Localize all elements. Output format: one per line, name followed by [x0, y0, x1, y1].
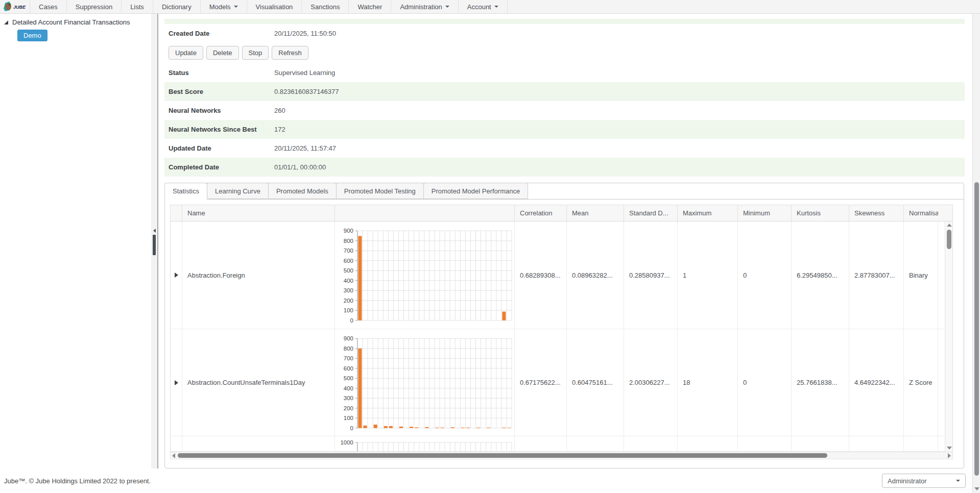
table-vertical-scrollbar[interactable]	[945, 221, 952, 452]
column-header-normalisation[interactable]: Normalisati	[904, 205, 938, 221]
expand-row-icon	[175, 380, 178, 385]
column-header-mean[interactable]: Mean	[567, 205, 624, 221]
tree-expanded-icon[interactable]	[4, 20, 8, 24]
cell-standard-deviation: 2.00306227...	[624, 329, 678, 436]
statistics-table-zone: Name Correlation Mean Standard D... Maxi…	[165, 200, 964, 464]
column-header-maximum[interactable]: Maximum	[678, 205, 738, 221]
svg-text:900: 900	[344, 228, 353, 234]
user-role-select[interactable]: Administrator	[882, 474, 966, 488]
tab-promoted-model-performance[interactable]: Promoted Model Performance	[423, 183, 528, 199]
svg-text:300: 300	[344, 395, 353, 401]
update-button[interactable]: Update	[169, 46, 203, 60]
column-header-name[interactable]: Name	[182, 205, 335, 221]
chevron-down-icon	[234, 6, 238, 8]
field-value: 20/11/2025, 11:57:47	[274, 144, 336, 152]
page-scrollbar[interactable]	[972, 14, 980, 493]
svg-text:800: 800	[344, 238, 353, 244]
splitter-collapse-icon[interactable]	[153, 229, 156, 233]
nav-item-models[interactable]: Models	[200, 0, 247, 13]
column-header-expander	[171, 205, 182, 221]
svg-text:800: 800	[344, 345, 353, 351]
column-header-minimum[interactable]: Minimum	[738, 205, 792, 221]
tab-promoted-model-testing[interactable]: Promoted Model Testing	[336, 183, 424, 199]
field-row-created-date: Created Date 20/11/2025, 11:50:50	[164, 24, 965, 43]
svg-text:700: 700	[344, 355, 353, 361]
column-header-correlation[interactable]: Correlation	[515, 205, 567, 221]
row-expander[interactable]	[171, 436, 182, 451]
nav-item-dictionary[interactable]: Dictionary	[153, 0, 200, 13]
top-navbar: JUBE Cases Suppression Lists Dictionary …	[0, 0, 980, 14]
sidebar-splitter[interactable]	[151, 14, 158, 469]
cell-skewness	[849, 436, 904, 451]
field-value: 0.8236160837146377	[274, 88, 339, 95]
user-role-value: Administrator	[888, 477, 927, 485]
nav-item-watcher[interactable]: Watcher	[348, 0, 391, 13]
page-scroll-down-icon[interactable]	[974, 487, 979, 490]
delete-button[interactable]: Delete	[206, 46, 239, 60]
cell-normalisation: Z Score	[904, 329, 938, 436]
page-scroll-thumb[interactable]	[974, 182, 979, 476]
demo-model-button[interactable]: Demo	[17, 30, 47, 41]
cell-kurtosis: 25.7661838...	[792, 329, 849, 436]
cell-kurtosis	[792, 436, 849, 451]
cell-skewness: 2.87783007...	[849, 221, 904, 329]
tab-statistics[interactable]: Statistics	[164, 183, 207, 200]
cell-maximum: 18	[678, 329, 738, 436]
cell-mean: 0.08963282...	[567, 221, 624, 329]
cell-histogram: 9008007006005004003002001000	[335, 329, 515, 436]
table-horizontal-scrollbar[interactable]	[170, 452, 953, 459]
nav-item-lists[interactable]: Lists	[121, 0, 153, 13]
field-row-completed-date: Completed Date 01/01/1, 00:00:00	[164, 158, 965, 177]
svg-text:0: 0	[350, 317, 353, 324]
splitter-handle[interactable]	[153, 235, 156, 255]
nav-item-suppression[interactable]: Suppression	[66, 0, 121, 13]
cell-correlation	[515, 436, 567, 451]
field-row-status: Status Supervised Learning	[164, 63, 965, 82]
stop-button[interactable]: Stop	[242, 46, 269, 60]
horizontal-scroll-thumb[interactable]	[178, 453, 827, 458]
svg-text:600: 600	[344, 365, 353, 371]
tab-promoted-models[interactable]: Promoted Models	[268, 183, 337, 199]
scroll-left-icon[interactable]	[172, 453, 175, 458]
svg-text:400: 400	[344, 278, 353, 284]
jube-logo[interactable]: JUBE	[0, 0, 30, 13]
column-header-skewness[interactable]: Skewness	[849, 205, 904, 221]
field-value: Supervised Learning	[274, 69, 335, 77]
row-expander[interactable]	[171, 329, 182, 436]
cell-name	[182, 436, 335, 451]
nav-item-cases[interactable]: Cases	[30, 0, 66, 13]
refresh-button[interactable]: Refresh	[272, 46, 308, 60]
histogram-chart: 9008007006005004003002001000	[335, 226, 514, 325]
nav-item-account[interactable]: Account	[458, 0, 508, 13]
cell-skewness: 4.64922342...	[849, 329, 904, 436]
nav-item-visualisation[interactable]: Visualisation	[247, 0, 302, 13]
svg-text:JUBE: JUBE	[13, 5, 26, 10]
histogram-chart: 9008007006005004003002001000	[335, 333, 514, 432]
field-label: Created Date	[169, 30, 274, 37]
cell-histogram: 1000	[335, 436, 515, 451]
field-value: 01/01/1, 00:00:00	[274, 163, 326, 171]
tree-node-detailed-account-financial-transactions[interactable]: Detailed Account Financial Transactions	[0, 17, 151, 28]
scroll-down-icon[interactable]	[947, 447, 952, 450]
column-header-kurtosis[interactable]: Kurtosis	[792, 205, 849, 221]
nav-item-administration[interactable]: Administration	[391, 0, 458, 13]
column-header-histogram	[335, 205, 515, 221]
action-buttons: Update Delete Stop Refresh	[169, 46, 965, 60]
tab-learning-curve[interactable]: Learning Curve	[207, 183, 269, 199]
field-row-updated-date: Updated Date 20/11/2025, 11:57:47	[164, 139, 965, 158]
scroll-right-icon[interactable]	[948, 453, 951, 458]
nav-item-sanctions[interactable]: Sanctions	[301, 0, 348, 13]
row-expander[interactable]	[171, 221, 182, 329]
scroll-up-icon[interactable]	[947, 224, 952, 227]
svg-text:500: 500	[344, 267, 353, 274]
chevron-down-icon	[494, 6, 498, 8]
field-value: 172	[274, 126, 285, 133]
field-row-best-score: Best Score 0.8236160837146377	[164, 82, 965, 101]
field-row-neural-networks: Neural Networks 260	[164, 101, 965, 120]
svg-text:100: 100	[344, 415, 353, 421]
column-header-standard-deviation[interactable]: Standard D...	[624, 205, 678, 221]
expand-row-icon	[175, 273, 178, 278]
model-detail-fields: Created Date 20/11/2025, 11:50:50 Update…	[164, 19, 965, 177]
vertical-scroll-thumb[interactable]	[947, 230, 951, 249]
cell-mean	[567, 436, 624, 451]
